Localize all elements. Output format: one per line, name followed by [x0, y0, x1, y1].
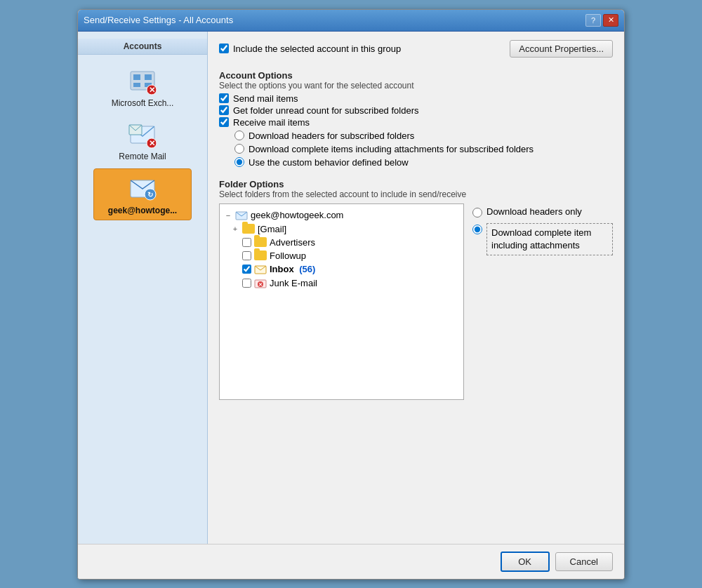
- gmail-label: [Gmail]: [258, 224, 286, 234]
- dl-complete-item-label: Download complete item including attachm…: [491, 227, 591, 250]
- svg-text:↻: ↻: [147, 191, 153, 199]
- custom-behavior-option: Use the custom behavior defined below: [234, 157, 613, 168]
- root-label: geek@howtogeek.com: [251, 210, 343, 220]
- svg-text:✕: ✕: [149, 139, 155, 147]
- sidebar-item-microsoft-exch[interactable]: ✕ Microsoft Exch...: [93, 62, 192, 112]
- dl-complete-item-dotted-box: Download complete item including attachm…: [486, 223, 613, 255]
- sidebar-item-geek-howto[interactable]: ↻ geek@howtoge...: [93, 168, 192, 220]
- gmail-expand-icon: +: [231, 225, 239, 233]
- title-bar-buttons: ? ✕: [585, 14, 618, 27]
- account-options-desc: Select the options you want for the sele…: [219, 81, 613, 91]
- svg-rect-1: [133, 74, 140, 80]
- receive-mail-label: Receive mail items: [233, 117, 310, 128]
- tree-junk[interactable]: ✕ Junk E-mail: [242, 276, 459, 290]
- dialog-window: Send/Receive Settings - All Accounts ? ✕…: [77, 9, 625, 580]
- receive-mail-checkbox[interactable]: [219, 117, 229, 127]
- inbox-folder-icon: [254, 264, 267, 275]
- followup-folder-icon: [254, 250, 267, 260]
- account-options-section: Account Options Select the options you w…: [219, 67, 613, 168]
- account-properties-button[interactable]: Account Properties...: [510, 40, 613, 58]
- junk-folder-icon: ✕: [254, 278, 267, 289]
- include-checkbox-row: Include the selected account in this gro…: [219, 44, 401, 54]
- dl-headers-only-option: Download headers only: [472, 206, 613, 218]
- custom-behavior-radio[interactable]: [234, 157, 244, 167]
- dl-headers-only-label: Download headers only: [486, 206, 582, 217]
- advertisers-checkbox[interactable]: [242, 238, 251, 247]
- followup-label: Followup: [270, 250, 306, 261]
- sidebar-item-remote-mail[interactable]: ✕ Remote Mail: [93, 115, 192, 166]
- dialog-body: Accounts ✕ Microsoft Exch...: [78, 32, 624, 544]
- gmail-folder-icon: [242, 224, 255, 234]
- folder-options-desc: Select folders from the selected account…: [219, 189, 613, 199]
- inbox-checkbox[interactable]: [242, 265, 251, 274]
- custom-behavior-label: Use the custom behavior defined below: [249, 157, 409, 168]
- tree-followup[interactable]: Followup: [242, 249, 459, 262]
- download-complete-label: Download complete items including attach…: [249, 144, 534, 154]
- sidebar-header: Accounts: [78, 39, 207, 55]
- root-collapse-icon: −: [224, 211, 232, 220]
- account-options-title: Account Options: [219, 70, 613, 81]
- svg-text:✕: ✕: [258, 282, 263, 287]
- download-headers-label: Download headers for subscribed folders: [249, 131, 414, 141]
- tree-inbox[interactable]: Inbox (56): [242, 262, 459, 276]
- geek-howto-icon: ↻: [128, 173, 157, 203]
- dialog-footer: OK Cancel: [78, 544, 624, 579]
- geek-howto-label: geek@howtoge...: [108, 206, 177, 215]
- title-bar-text: Send/Receive Settings - All Accounts: [84, 15, 233, 25]
- folder-tree-box: − geek@howtogeek.com + [Gmail]: [219, 203, 464, 400]
- dl-complete-item-radio[interactable]: [472, 225, 482, 234]
- cancel-button[interactable]: Cancel: [555, 552, 613, 571]
- folder-options-title: Folder Options: [219, 179, 613, 189]
- help-button[interactable]: ?: [585, 14, 601, 27]
- advertisers-folder-icon: [254, 237, 267, 247]
- title-bar: Send/Receive Settings - All Accounts ? ✕: [78, 10, 624, 32]
- folder-options-box: Download headers only Download complete …: [472, 203, 613, 400]
- send-mail-label: Send mail items: [233, 93, 298, 104]
- svg-rect-2: [145, 74, 152, 80]
- svg-rect-3: [133, 83, 140, 87]
- get-unread-checkbox[interactable]: [219, 105, 229, 115]
- close-button[interactable]: ✕: [603, 14, 618, 27]
- download-headers-radio[interactable]: [234, 131, 244, 140]
- junk-checkbox[interactable]: [242, 279, 251, 288]
- inbox-count: (56): [297, 264, 316, 274]
- sidebar: Accounts ✕ Microsoft Exch...: [78, 32, 208, 544]
- tree-root[interactable]: − geek@howtogeek.com: [224, 208, 459, 222]
- tree-gmail[interactable]: + [Gmail]: [231, 222, 459, 236]
- include-account-checkbox[interactable]: [219, 44, 229, 53]
- main-panel: Include the selected account in this gro…: [208, 32, 624, 544]
- remote-mail-icon: ✕: [128, 119, 157, 149]
- inbox-icon: [235, 210, 248, 221]
- download-headers-option: Download headers for subscribed folders: [234, 131, 613, 141]
- microsoft-exch-icon: ✕: [128, 66, 157, 95]
- inbox-label: Inbox: [270, 264, 294, 274]
- send-mail-option: Send mail items: [219, 93, 613, 104]
- dl-headers-only-radio[interactable]: [472, 208, 482, 218]
- get-unread-option: Get folder unread count for subscribed f…: [219, 105, 613, 116]
- tree-advertisers[interactable]: Advertisers: [242, 236, 459, 249]
- remote-mail-label: Remote Mail: [119, 152, 166, 161]
- download-complete-option: Download complete items including attach…: [234, 144, 613, 154]
- svg-text:✕: ✕: [149, 86, 155, 94]
- advertisers-label: Advertisers: [270, 237, 315, 248]
- ok-button[interactable]: OK: [501, 552, 550, 572]
- folder-area: − geek@howtogeek.com + [Gmail]: [219, 203, 613, 400]
- receive-mail-option: Receive mail items: [219, 117, 613, 128]
- get-unread-label: Get folder unread count for subscribed f…: [233, 105, 418, 116]
- folder-options-section: Folder Options Select folders from the s…: [219, 179, 613, 400]
- receive-suboptions: Download headers for subscribed folders …: [234, 131, 613, 168]
- top-row: Include the selected account in this gro…: [219, 40, 613, 58]
- include-account-label: Include the selected account in this gro…: [233, 44, 401, 54]
- followup-checkbox[interactable]: [242, 251, 251, 260]
- microsoft-exch-label: Microsoft Exch...: [112, 98, 174, 108]
- dl-complete-item-option: Download complete item including attachm…: [472, 223, 613, 255]
- send-mail-checkbox[interactable]: [219, 93, 229, 103]
- download-complete-radio[interactable]: [234, 144, 244, 154]
- junk-label: Junk E-mail: [270, 278, 317, 288]
